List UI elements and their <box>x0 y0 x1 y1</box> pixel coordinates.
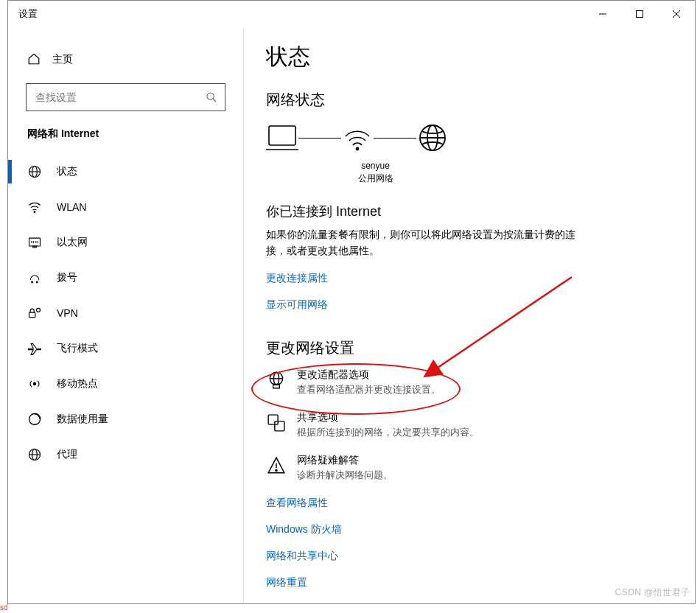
home-icon <box>27 52 41 68</box>
link-windows-firewall[interactable]: Windows 防火墙 <box>266 523 673 536</box>
home-label: 主页 <box>52 53 73 66</box>
svg-point-17 <box>36 281 38 283</box>
watermark: CSDN @悟世君子 <box>615 586 690 599</box>
vpn-icon <box>27 306 42 320</box>
option-title: 网络疑难解答 <box>297 454 393 467</box>
wifi-type-label: 公用网络 <box>266 172 485 185</box>
minimize-button[interactable] <box>584 1 621 27</box>
option-desc: 诊断并解决网络问题。 <box>297 469 393 482</box>
svg-point-20 <box>33 382 35 385</box>
dialup-icon <box>27 270 42 285</box>
titlebar: 设置 <box>8 1 695 27</box>
search-icon <box>206 91 217 103</box>
adapter-icon <box>266 370 287 390</box>
svg-point-19 <box>37 308 41 312</box>
svg-point-27 <box>356 147 358 150</box>
link-network-sharing-center[interactable]: 网络和共享中心 <box>266 550 673 563</box>
svg-rect-18 <box>29 312 35 318</box>
wifi-diagram-icon <box>341 122 374 154</box>
sidebar-item-wlan[interactable]: WLAN <box>8 189 243 225</box>
svg-rect-35 <box>268 416 278 425</box>
content-pane: 状态 网络状态 senyue 公用网络 你已连接到 Internet <box>244 27 695 603</box>
window: 设置 主页 网络 <box>7 0 696 604</box>
svg-rect-1 <box>637 11 643 18</box>
sidebar-section-title: 网络和 Internet <box>8 127 243 141</box>
wifi-name-label: senyue <box>266 160 485 172</box>
hotspot-icon <box>27 376 42 391</box>
search-box[interactable] <box>26 83 225 111</box>
connected-body: 如果你的流量套餐有限制，则你可以将此网络设置为按流量计费的连接，或者更改其他属性… <box>266 226 575 259</box>
home-link[interactable]: 主页 <box>8 46 243 73</box>
sidebar-item-hotspot[interactable]: 移动热点 <box>8 366 243 402</box>
option-adapter[interactable]: 更改适配器选项 查看网络适配器并更改连接设置。 <box>266 368 673 396</box>
svg-rect-36 <box>275 421 284 431</box>
option-title: 更改适配器选项 <box>297 368 441 382</box>
svg-line-5 <box>213 99 216 102</box>
svg-rect-11 <box>33 246 37 248</box>
change-settings-heading: 更改网络设置 <box>266 338 673 358</box>
sidebar-item-status[interactable]: 状态 <box>8 154 243 189</box>
globe-diagram-icon <box>416 122 449 154</box>
network-status-heading: 网络状态 <box>266 90 673 110</box>
search-input[interactable] <box>34 91 200 104</box>
minimize-icon <box>598 10 607 18</box>
option-troubleshoot[interactable]: 网络疑难解答 诊断并解决网络问题。 <box>266 454 673 482</box>
link-network-properties[interactable]: 查看网络属性 <box>266 497 673 510</box>
globe-icon <box>27 164 42 179</box>
ethernet-icon <box>27 235 42 250</box>
show-available-networks-link[interactable]: 显示可用网络 <box>266 298 673 312</box>
close-button[interactable] <box>658 1 695 27</box>
proxy-icon <box>27 447 42 462</box>
window-title: 设置 <box>8 7 38 21</box>
svg-point-9 <box>34 211 35 213</box>
maximize-icon <box>635 10 644 18</box>
svg-rect-10 <box>29 238 41 246</box>
sidebar-item-ethernet[interactable]: 以太网 <box>8 225 243 260</box>
connected-title: 你已连接到 Internet <box>266 203 673 220</box>
svg-point-16 <box>32 281 33 283</box>
sidebar-item-dialup[interactable]: 拨号 <box>8 260 243 295</box>
airplane-icon <box>27 341 42 356</box>
computer-icon <box>266 122 298 154</box>
corner-mark: sd <box>0 603 8 612</box>
sidebar-item-proxy[interactable]: 代理 <box>8 437 243 472</box>
maximize-button[interactable] <box>621 1 658 27</box>
option-sharing[interactable]: 共享选项 根据所连接到的网络，决定要共享的内容。 <box>266 411 673 439</box>
troubleshoot-icon <box>266 455 287 476</box>
sidebar-item-data-usage[interactable]: 数据使用量 <box>8 402 243 437</box>
share-icon <box>266 413 287 433</box>
data-usage-icon <box>27 412 42 427</box>
page-title: 状态 <box>266 42 673 72</box>
network-diagram <box>266 120 673 155</box>
close-icon <box>672 10 681 18</box>
option-title: 共享选项 <box>297 411 479 424</box>
sidebar-nav: 状态 WLAN 以太网 拨号 VPN <box>8 154 243 472</box>
option-desc: 查看网络适配器并更改连接设置。 <box>297 383 441 396</box>
svg-point-4 <box>207 93 214 99</box>
sidebar-item-vpn[interactable]: VPN <box>8 295 243 331</box>
option-desc: 根据所连接到的网络，决定要共享的内容。 <box>297 426 479 439</box>
sidebar: 主页 网络和 Internet 状态 WLAN 以太网 <box>8 27 244 603</box>
change-connection-properties-link[interactable]: 更改连接属性 <box>266 272 673 285</box>
svg-rect-25 <box>269 126 295 145</box>
sidebar-item-airplane[interactable]: 飞行模式 <box>8 331 243 366</box>
svg-point-38 <box>276 470 277 472</box>
wifi-icon <box>27 200 42 214</box>
network-caption: senyue 公用网络 <box>266 160 485 185</box>
window-controls <box>584 1 695 27</box>
link-network-reset[interactable]: 网络重置 <box>266 576 673 589</box>
